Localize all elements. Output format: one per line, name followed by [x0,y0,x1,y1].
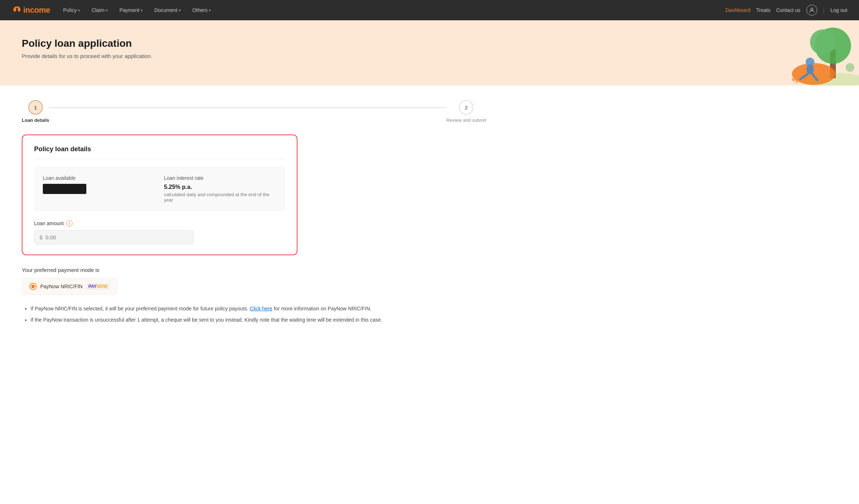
user-icon [809,7,815,13]
payment-mode-section: Your preferred payment mode is PayNow NR… [22,267,486,295]
paynow-option[interactable]: PayNow NRIC/FIN PAY NOW [22,278,117,295]
loan-info-grid: Loan available Loan interest rate 5.25% … [34,166,285,211]
svg-point-0 [811,8,813,10]
chevron-down-icon: ▾ [106,8,108,12]
logo-text: income [23,5,50,15]
note-1-text-after: for more information on PayNow NRIC/FIN. [274,306,371,311]
illustration-svg [743,20,859,86]
loan-interest-label: Loan interest rate [164,175,276,181]
hero-illustration [743,20,859,86]
loan-available-label: Loan available [43,175,155,181]
loan-interest-section: Loan interest rate 5.25% p.a. calculated… [164,175,276,203]
chevron-down-icon: ▾ [141,8,143,12]
nav-dashboard-link[interactable]: Dashboard [726,7,751,13]
page-title: Policy loan application [22,38,837,49]
note-1: If PayNow NRIC/FIN is selected, it will … [30,305,486,313]
payment-mode-title: Your preferred payment mode is [22,267,486,273]
notes-list: If PayNow NRIC/FIN is selected, it will … [22,305,486,324]
chevron-down-icon: ▾ [179,8,181,12]
note-1-text: If PayNow NRIC/FIN is selected, it will … [30,306,250,311]
radio-selected [31,285,35,288]
step-2-circle: 2 [459,100,473,115]
loan-interest-note: calculated daily and compounded at the e… [164,192,276,203]
step-1: 1 Loan details [22,100,49,123]
note-2-text: If the PayNow transaction is unsuccessfu… [30,317,382,323]
loan-available-section: Loan available [43,175,155,203]
svg-point-7 [806,64,814,74]
loan-amount-label: Loan amount i [34,220,285,227]
nav-right: Dashboard Treats Contact us | Log out [726,5,847,16]
nav-contact-link[interactable]: Contact us [776,7,801,13]
policy-loan-details-card: Policy loan details Loan available Loan … [22,135,297,255]
chevron-down-icon: ▾ [209,8,211,12]
step-connector [49,107,446,108]
nav-divider: | [823,7,825,14]
loan-interest-rate: 5.25% p.a. [164,184,276,190]
main-content: 1 Loan details 2 Review and submit Polic… [0,86,508,342]
nav-document[interactable]: Document ▾ [150,0,185,20]
svg-point-10 [846,63,854,72]
user-avatar[interactable] [806,5,817,16]
loan-amount-input[interactable] [45,234,188,240]
nav-claim[interactable]: Claim ▾ [87,0,112,20]
logo-icon [12,5,22,15]
note-2: If the PayNow transaction is unsuccessfu… [30,316,486,324]
paynow-label: PayNow NRIC/FIN [40,284,83,289]
navbar: income Policy ▾ Claim ▾ Payment ▾ Docume… [0,0,859,20]
hero-banner: Policy loan application Provide details … [0,20,859,86]
step-2-label: Review and submit [446,117,486,123]
nav-others[interactable]: Others ▾ [188,0,215,20]
step-2: 2 Review and submit [446,100,486,123]
page-subtitle: Provide details for us to proceed with y… [22,53,837,59]
nav-payment[interactable]: Payment ▾ [115,0,147,20]
nav-policy[interactable]: Policy ▾ [59,0,84,20]
radio-button[interactable] [29,283,37,290]
stepper: 1 Loan details 2 Review and submit [22,100,486,123]
step-1-label: Loan details [22,117,49,123]
svg-point-9 [795,80,798,83]
svg-point-4 [810,29,835,55]
logo[interactable]: income [12,5,50,15]
loan-amount-input-wrap[interactable]: $ [34,230,194,244]
paynow-badge: PAY NOW [86,283,110,290]
nav-logout-link[interactable]: Log out [830,7,847,13]
info-icon[interactable]: i [66,220,73,227]
loan-amount-section: Loan amount i $ [34,220,285,244]
step-1-circle: 1 [28,100,43,115]
dollar-sign: $ [40,234,42,240]
svg-point-8 [792,78,796,81]
chevron-down-icon: ▾ [78,8,80,12]
click-here-link[interactable]: Click here [250,306,272,311]
loan-available-value [43,184,86,194]
nav-treats-link[interactable]: Treats [756,7,770,13]
form-card-title: Policy loan details [34,145,285,159]
